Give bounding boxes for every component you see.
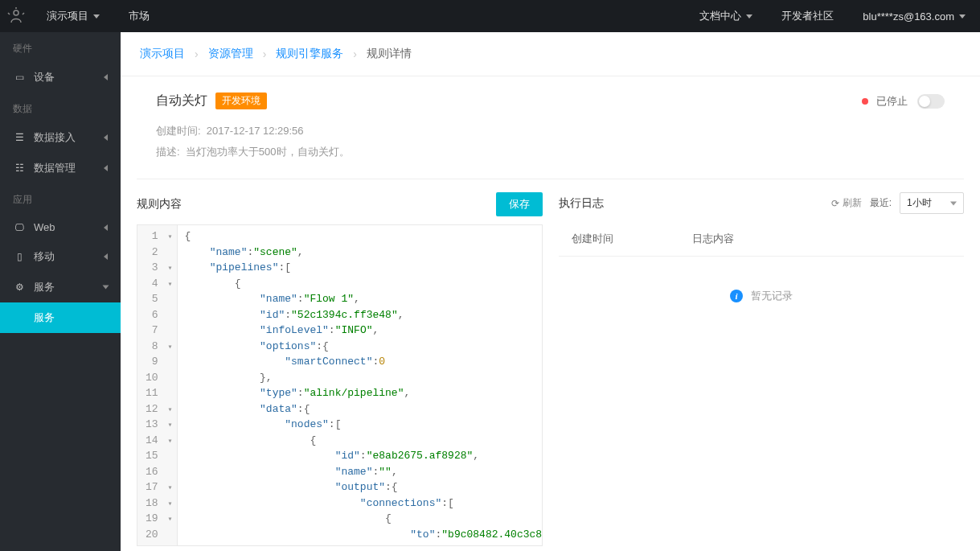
code-line: "data":{ (184, 401, 535, 417)
enable-toggle[interactable] (917, 94, 945, 109)
gutter-line: 10 (146, 370, 172, 386)
data-access-icon: ☰ (13, 132, 26, 143)
description-row: 描述: 当灯泡功率大于500时，自动关灯。 (156, 142, 945, 162)
gutter-line: 8 ▾ (146, 339, 172, 355)
nav-market[interactable]: 市场 (114, 0, 164, 32)
gutter-line: 12 ▾ (146, 401, 172, 417)
svg-point-0 (14, 10, 18, 15)
code-line: "infoLevel":"INFO", (184, 323, 535, 339)
editor-code[interactable]: { "name":"scene", "pipelines":[ { "name"… (178, 225, 541, 545)
recent-label: 最近: (870, 196, 892, 210)
code-line: "nodes":[ (184, 417, 535, 433)
gutter-line: 11 (146, 385, 172, 401)
gutter-line: 2 (146, 245, 172, 261)
rule-content-title: 规则内容 (137, 197, 182, 212)
nav-doc-center[interactable]: 文档中心 (685, 0, 767, 32)
breadcrumb-separator: › (195, 47, 199, 60)
caret-down-icon (746, 14, 752, 19)
sidebar-item-mobile[interactable]: ▯ 移动 (0, 241, 121, 272)
sidebar-item-data-mgmt[interactable]: ☷ 数据管理 (0, 153, 121, 183)
code-line: { (184, 228, 535, 245)
code-line: { (184, 511, 535, 527)
code-line: "smartConnect":0 (184, 354, 535, 370)
log-col-content: 日志内容 (692, 232, 952, 246)
code-line: "options":{ (184, 339, 535, 355)
code-line: }, (184, 370, 535, 386)
code-line: { (184, 276, 535, 292)
gutter-line: 13 ▾ (146, 417, 172, 433)
sidebar-item-service[interactable]: ⚙ 服务 (0, 272, 121, 302)
time-range-select[interactable]: 1小时 (900, 192, 964, 214)
project-dropdown[interactable]: 演示项目 (32, 0, 114, 32)
sidebar-item-data-access[interactable]: ☰ 数据接入 (0, 122, 121, 153)
gutter-line: 21 (146, 542, 172, 546)
status-dot-icon (862, 98, 868, 105)
main-content: 演示项目 › 资源管理 › 规则引擎服务 › 规则详情 自动关灯 开发环境 已停… (121, 32, 980, 551)
status-badge: 已停止 (862, 94, 908, 109)
sidebar-subitem-service[interactable]: 服务 (0, 302, 121, 333)
refresh-button[interactable]: ⟳ 刷新 (831, 196, 862, 210)
gutter-line: 20 (146, 527, 172, 543)
breadcrumb-current: 规则详情 (367, 47, 412, 61)
log-table-header: 创建时间 日志内容 (559, 222, 965, 257)
code-line: "connections":[ (184, 495, 535, 512)
logo-icon[interactable] (0, 0, 32, 32)
user-menu[interactable]: blu****zs@163.com (848, 0, 980, 32)
code-line: "pipelines":[ (184, 260, 535, 276)
log-title: 执行日志 (559, 196, 604, 211)
gutter-line: 17 ▾ (146, 479, 172, 495)
log-empty-state: i 暂无记录 (559, 257, 965, 335)
chevron-down-icon (103, 286, 109, 290)
breadcrumb-separator: › (263, 47, 267, 60)
chevron-left-icon (104, 165, 108, 171)
gutter-line: 14 ▾ (146, 433, 172, 449)
caret-down-icon (959, 14, 966, 19)
info-icon: i (730, 290, 743, 302)
rule-content-panel: 规则内容 保存 1 ▾2 3 ▾4 ▾5 6 7 8 ▾9 10 11 12 ▾… (137, 192, 543, 546)
code-line: "name":"Flow 1", (184, 291, 535, 307)
save-button[interactable]: 保存 (496, 192, 543, 216)
rule-header: 自动关灯 开发环境 已停止 创建时间: 2017-12-17 12:29:56 (137, 76, 964, 179)
gutter-line: 7 (146, 323, 172, 339)
top-navbar: 演示项目 市场 文档中心 开发者社区 blu****zs@163.com (0, 0, 980, 32)
code-line: { (184, 433, 535, 449)
sidebar-section-data: 数据 (0, 93, 121, 122)
chevron-left-icon (104, 224, 108, 231)
service-icon: ⚙ (13, 282, 26, 293)
gutter-line: 19 ▾ (146, 511, 172, 527)
sidebar-item-web[interactable]: 🖵 Web (0, 213, 121, 241)
code-line: "to":"b9c08482.40c3c8" (184, 527, 535, 543)
code-line: "id":"e8ab2675.af8928", (184, 448, 535, 464)
sidebar-section-hardware: 硬件 (0, 32, 121, 62)
code-editor[interactable]: 1 ▾2 3 ▾4 ▾5 6 7 8 ▾9 10 11 12 ▾13 ▾14 ▾… (137, 224, 543, 546)
gutter-line: 1 ▾ (146, 228, 172, 245)
breadcrumb-project[interactable]: 演示项目 (140, 47, 185, 61)
rule-title: 自动关灯 (156, 93, 207, 109)
data-mgmt-icon: ☷ (13, 162, 26, 174)
sidebar: 硬件 ▭ 设备 数据 ☰ 数据接入 ☷ 数据管理 应用 🖵 Web ▯ 移动 (0, 32, 121, 551)
gutter-line: 6 (146, 307, 172, 323)
monitor-icon: 🖵 (13, 222, 26, 233)
breadcrumb: 演示项目 › 资源管理 › 规则引擎服务 › 规则详情 (121, 32, 980, 76)
device-icon: ▭ (13, 72, 26, 83)
code-line: } (184, 542, 535, 545)
breadcrumb-separator: › (353, 47, 357, 60)
chevron-left-icon (104, 134, 108, 141)
gutter-line: 9 (146, 354, 172, 370)
code-line: "name":"", (184, 464, 535, 480)
mobile-icon: ▯ (13, 251, 26, 262)
code-line: "type":"alink/pipeline", (184, 385, 535, 401)
env-tag: 开发环境 (215, 93, 267, 109)
code-line: "name":"scene", (184, 245, 535, 261)
code-line: "output":{ (184, 479, 535, 495)
breadcrumb-resource[interactable]: 资源管理 (208, 47, 253, 61)
sidebar-item-device[interactable]: ▭ 设备 (0, 62, 121, 93)
gutter-line: 18 ▾ (146, 495, 172, 512)
gutter-line: 4 ▾ (146, 276, 172, 292)
breadcrumb-rule-engine[interactable]: 规则引擎服务 (276, 47, 343, 61)
nav-dev-community[interactable]: 开发者社区 (767, 0, 848, 32)
project-dropdown-label: 演示项目 (47, 9, 88, 23)
caret-down-icon (93, 14, 100, 19)
chevron-left-icon (104, 74, 108, 80)
gutter-line: 16 (146, 464, 172, 480)
